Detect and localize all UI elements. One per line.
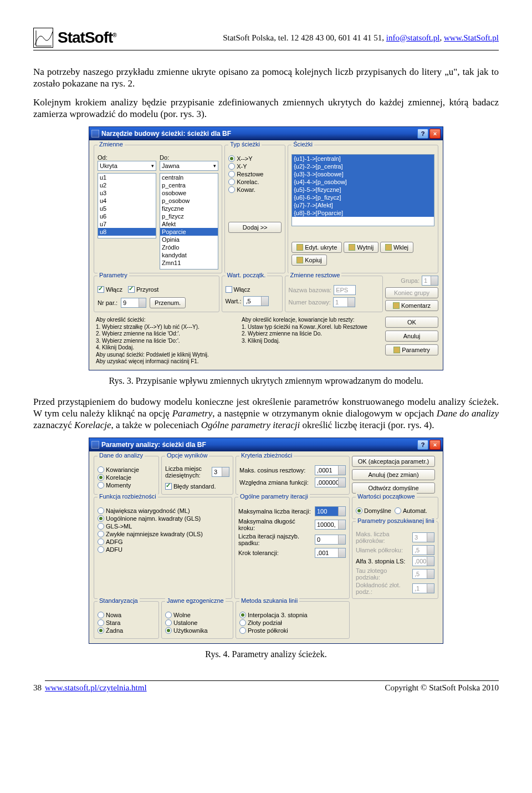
radio-uzytkownika[interactable]: Użytkownika [165, 627, 229, 634]
titlebar[interactable]: Narzędzie budowy ścieżki: ścieżki dla BF… [89, 127, 443, 140]
radio-resztowe[interactable]: Resztowe [228, 171, 282, 177]
caption-rys3: Rys. 3. Przypisanie wpływu zmiennych ukr… [33, 376, 499, 386]
help-button[interactable]: ? [417, 440, 428, 450]
radio-korelac[interactable]: Korelac. [228, 179, 282, 185]
label-tau: Tau złotego podziału: [356, 567, 411, 581]
group-wart: Wart. początk. [226, 272, 268, 278]
radio-zadna[interactable]: Żadna [98, 627, 155, 634]
spin-wzgl[interactable]: ,000000 [315, 477, 346, 487]
label-nrpar: Nr par.: [98, 299, 117, 306]
komentarz-button[interactable]: Komentarz [385, 300, 438, 311]
radio-ols[interactable]: Zwykłe najmniejsze kwadraty (OLS) [98, 531, 228, 537]
radio-domyslne[interactable]: Domyślne [356, 507, 391, 514]
wytnij-button[interactable]: Wytnij [344, 242, 378, 253]
footer-copyright: Copyright © StatSoft Polska 2010 [385, 683, 499, 693]
label-nazwa: Nazwa bazowa: [289, 287, 332, 293]
label-ulam: Ułamek półkroku: [356, 547, 411, 553]
spin-maks[interactable]: ,0001 [315, 465, 346, 475]
paragraph-1: Na potrzeby naszego przykładu zmienne uk… [33, 66, 499, 90]
group-funkcja: Funkcja rozbieżności [98, 493, 158, 500]
ok-accept-button[interactable]: OK (akceptacja parametr.) [352, 456, 435, 467]
dialog-title: Narzędzie budowy ścieżki: ścieżki dla BF [101, 130, 231, 138]
radio-adfu[interactable]: ADFU [98, 546, 228, 553]
anuluj-button[interactable]: Anuluj [385, 331, 438, 342]
radio-glsml[interactable]: GLS->ML [98, 523, 228, 530]
group-kryteria: Kryteria zbieżności [239, 452, 294, 459]
spin-tau: ,5 [412, 569, 434, 579]
radio-korelacje[interactable]: Korelacje [98, 474, 155, 481]
spin-wart[interactable]: ,5 [243, 296, 269, 306]
radio-gls[interactable]: Uogólnione najmn. kwadraty (GLS) [98, 515, 228, 522]
kopiuj-button[interactable]: Kopiuj [291, 255, 327, 266]
radio-automat[interactable]: Automat. [395, 507, 427, 514]
close-button[interactable]: × [429, 440, 441, 450]
radio-stara[interactable]: Stara [98, 619, 155, 626]
spin-maxkrok[interactable]: 10000, [315, 520, 346, 530]
listbox-sciezki[interactable]: {u1}-1->[centraln] {u2}-2->[p_centra] {u… [291, 154, 434, 226]
radio-xy-arrow[interactable]: X-->Y [228, 155, 282, 162]
spin-liczbaiter[interactable]: 0 [315, 535, 346, 545]
group-sciezki: Ścieżki [291, 141, 314, 148]
email-link[interactable]: info@statsoft.pl [386, 33, 440, 42]
gear-icon [393, 347, 400, 353]
spin-nrpar[interactable]: 9 [121, 298, 146, 308]
spin-ulam: ,5 [412, 545, 434, 555]
radio-ustalone[interactable]: Ustalone [165, 619, 229, 626]
hint-left: Aby określić ścieżki: 1. Wybierz strzałk… [93, 316, 238, 367]
anuluj-button[interactable]: Anuluj (bez zmian) [352, 469, 435, 480]
hint-right: Aby określić korelacje, kowariancje lub … [238, 316, 384, 367]
radio-nowa[interactable]: Nowa [98, 612, 155, 618]
spin-makspol: 3 [412, 532, 434, 542]
help-button[interactable]: ? [417, 129, 428, 139]
radio-interp[interactable]: Interpolacja 3. stopnia [239, 612, 346, 618]
check-wlacz2[interactable]: Włącz [226, 286, 279, 293]
odtworz-button[interactable]: Odtwórz domyślne [352, 482, 435, 494]
dropdown-do[interactable]: Jawna [160, 161, 218, 171]
dropdown-od[interactable]: Ukryta [98, 161, 156, 171]
radio-adfg[interactable]: ADFG [98, 538, 228, 545]
radio-kowar[interactable]: Kowar. [228, 186, 282, 193]
dodaj-button[interactable]: Dodaj >> [228, 222, 282, 233]
radio-kowariancje[interactable]: Kowariancje [98, 466, 155, 473]
scissors-icon [349, 244, 355, 251]
radio-proste[interactable]: Proste półkroki [239, 627, 346, 634]
input-nazwa: EPS [334, 285, 356, 295]
label-makspol: Maks. liczba półkroków: [356, 531, 411, 544]
spin-kroktol[interactable]: ,001 [315, 548, 346, 558]
group-wartp: Wartości początkowe [356, 493, 417, 500]
group-typ: Typ ścieżki [228, 141, 262, 148]
page-number: 38 [33, 683, 42, 693]
titlebar-2[interactable]: Parametry analizy: ścieżki dla BF ? × [89, 438, 443, 451]
group-jawne: Jawne egzogeniczne [165, 597, 226, 604]
group-zmienne: Zmienne [98, 141, 125, 148]
pencil-icon [393, 302, 400, 309]
radio-ml[interactable]: Największa wiarygodność (ML) [98, 507, 228, 514]
site-link[interactable]: www.StatSoft.pl [444, 33, 499, 42]
spin-liczba[interactable]: 3 [212, 467, 229, 477]
radio-wolne[interactable]: Wolne [165, 612, 229, 618]
label-kroktol: Krok tolerancji: [238, 550, 313, 556]
check-wlacz[interactable]: Włącz [98, 286, 122, 293]
edyt-ukryte-button[interactable]: Edyt. ukryte [291, 242, 342, 253]
check-przyrost[interactable]: Przyrost [128, 286, 158, 293]
paste-icon [385, 244, 392, 251]
label-od: Od: [98, 154, 156, 161]
przenum-button[interactable]: Przenum. [150, 297, 186, 308]
spin-maxiter[interactable]: 100 [315, 506, 346, 516]
spin-alfa[interactable]: ,0001 [412, 556, 434, 566]
radio-momenty[interactable]: Momenty [98, 482, 155, 489]
group-stand: Standaryzacja [98, 597, 140, 604]
listbox-do[interactable]: centraln p_centra osobowe p_osobow fizyc… [160, 173, 218, 270]
radio-xy[interactable]: X-Y [228, 163, 282, 170]
group-parlini: Parametry poszukiwanej linii [356, 517, 436, 524]
close-button[interactable]: × [429, 129, 441, 139]
header-contact: StatSoft Polska, tel. 12 428 43 00, 601 … [223, 33, 499, 43]
group-opcje: Opcje wyników [165, 452, 209, 459]
check-bledy[interactable]: Błędy standard. [165, 483, 229, 490]
wklej-button[interactable]: Wklej [380, 242, 413, 253]
footer-url[interactable]: www.statsoft.pl/czytelnia.html [45, 683, 147, 693]
parametry-button[interactable]: Parametry [385, 344, 438, 355]
listbox-od[interactable]: u1 u2 u3 u4 u5 u6 u7 u8 [98, 173, 156, 238]
radio-zloty[interactable]: Złoty podział [239, 619, 346, 626]
ok-button[interactable]: OK [385, 317, 438, 328]
